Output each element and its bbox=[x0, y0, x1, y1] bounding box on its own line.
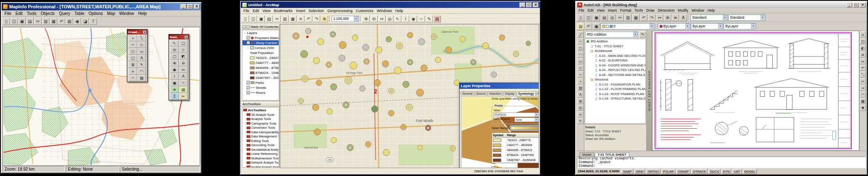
text-style-combo[interactable]: Standard ▼ bbox=[690, 15, 728, 21]
open-icon[interactable]: ◫ bbox=[585, 14, 592, 21]
rectangle-icon[interactable]: ▭ bbox=[577, 58, 584, 64]
autocad-menu-draw[interactable]: Draw bbox=[645, 8, 656, 12]
arctoolbox-icon[interactable]: ▧ bbox=[433, 15, 441, 22]
radius-select-icon[interactable]: ◎ bbox=[170, 46, 179, 53]
select-tool-icon[interactable]: ↖ bbox=[170, 40, 179, 46]
autocad-menu-view[interactable]: View bbox=[595, 8, 606, 12]
construction-line-icon[interactable]: ─ bbox=[577, 38, 584, 44]
autocad-menu-modify[interactable]: Modify bbox=[676, 8, 690, 12]
undo-icon[interactable]: ↶ bbox=[640, 14, 648, 21]
close-button[interactable]: × bbox=[533, 2, 539, 7]
toc-item[interactable]: −Layers bbox=[242, 30, 279, 35]
status-toggle-osnap[interactable]: OSNAP bbox=[676, 169, 690, 174]
layout-tab[interactable]: Model bbox=[579, 152, 594, 156]
sheet-item[interactable]: ▯A-01 - MAIN AND SECOND FLOOR PLANS bbox=[585, 54, 645, 59]
redo-icon[interactable]: ↷ bbox=[648, 14, 655, 21]
symbol-tool-icon[interactable]: ∙ bbox=[129, 35, 137, 42]
measure-icon[interactable]: ─ bbox=[418, 15, 425, 22]
layer-previous-icon[interactable]: ↶ bbox=[585, 23, 592, 30]
list-by-source-icon[interactable] bbox=[246, 25, 249, 28]
status-toggle-otrack[interactable]: OTRACK bbox=[691, 169, 707, 174]
mapinfo-menu-tools[interactable]: Tools bbox=[25, 11, 38, 16]
fillet-icon[interactable]: ◠ bbox=[860, 91, 866, 98]
layer-checkbox[interactable]: ✓ bbox=[247, 86, 250, 89]
explode-icon[interactable]: ✸ bbox=[860, 105, 866, 111]
arcmap-menu-file[interactable]: File bbox=[242, 9, 251, 13]
toc-item[interactable]: 762423 - 2484776 bbox=[242, 55, 279, 60]
print-icon[interactable]: ▤ bbox=[265, 15, 273, 22]
layer-checkbox[interactable]: ✓ bbox=[247, 91, 250, 94]
statistics-icon[interactable]: Σ bbox=[170, 93, 179, 100]
paste-icon[interactable]: ▦ bbox=[289, 15, 297, 22]
maximize-button[interactable]: □ bbox=[526, 2, 532, 7]
value-field-combo[interactable]: POP2000 ▼ bbox=[493, 112, 539, 117]
close-icon[interactable]: × bbox=[184, 35, 188, 39]
reshape-tool-icon[interactable]: ✎ bbox=[137, 61, 146, 68]
block-icon[interactable]: ◎ bbox=[577, 105, 584, 111]
dialog-titlebar[interactable]: Layer Properties × bbox=[460, 83, 539, 89]
open-icon[interactable]: ◫ bbox=[250, 15, 257, 22]
mapinfo-menu-help[interactable]: Help bbox=[136, 11, 149, 16]
arcmap-menu-insert[interactable]: Insert bbox=[294, 9, 307, 13]
copy-icon[interactable]: ▥ bbox=[624, 14, 632, 21]
identify-icon[interactable]: i bbox=[402, 15, 409, 22]
marquee-select-icon[interactable]: ▢ bbox=[179, 40, 188, 46]
invert-selection-icon[interactable]: ◩ bbox=[179, 53, 188, 60]
close-button[interactable]: × bbox=[194, 4, 200, 9]
add-node-tool-icon[interactable]: + bbox=[129, 68, 137, 75]
tab-symbology[interactable]: Symbology bbox=[517, 91, 536, 95]
class-row[interactable]: 762423 - 2484776762423 - 2484776 bbox=[492, 138, 539, 143]
toc-item[interactable]: ✓Streets bbox=[242, 85, 279, 90]
autocad-menu-format[interactable]: Format bbox=[618, 8, 633, 12]
toolbox-root[interactable]: ArcToolbox bbox=[242, 108, 279, 112]
add-data-icon[interactable]: ⊕ bbox=[321, 15, 328, 22]
offset-icon[interactable]: ≡ bbox=[860, 51, 866, 58]
tab-source[interactable]: Source bbox=[475, 91, 487, 95]
toc-item[interactable]: ✓Parks bbox=[242, 80, 279, 85]
color-ramp-combo[interactable]: ▼ bbox=[510, 125, 539, 131]
edit-polyline-icon[interactable]: ✎ bbox=[577, 118, 584, 124]
arc-icon[interactable]: ◠ bbox=[577, 51, 584, 58]
mapinfo-menu-objects[interactable]: Objects bbox=[39, 11, 57, 16]
layer-checkbox[interactable]: ✓ bbox=[250, 46, 254, 49]
move-icon[interactable]: ↔ bbox=[860, 58, 866, 64]
main-palette-titlebar[interactable]: Main × bbox=[169, 34, 189, 39]
status-toggle-ortho[interactable]: ORTHO bbox=[646, 169, 660, 174]
zoom-out-icon[interactable]: ⊖ bbox=[370, 15, 378, 22]
delete-icon[interactable]: × bbox=[297, 15, 304, 22]
plot-preview-icon[interactable]: ◎ bbox=[608, 14, 616, 21]
status-toggle-polar[interactable]: POLAR bbox=[661, 169, 675, 174]
status-toggle-dyn[interactable]: DYN bbox=[721, 169, 731, 174]
autocad-menu-file[interactable]: File bbox=[577, 8, 586, 12]
line-style-icon[interactable]: ─ bbox=[129, 75, 137, 81]
polyline-tool-icon[interactable]: ~ bbox=[129, 42, 137, 48]
toolbox-item[interactable]: Data Interoperability Tools bbox=[242, 130, 279, 134]
minimize-button[interactable]: _ bbox=[519, 2, 525, 7]
tab-fields[interactable]: Fields bbox=[536, 91, 539, 95]
paste-icon[interactable]: ▦ bbox=[632, 14, 640, 21]
sheet-item[interactable]: ▯A-03 - DOORS WINDOWS AND FINISHES bbox=[585, 63, 645, 68]
minimize-button[interactable]: _ bbox=[181, 4, 186, 9]
ssm-vertical-titlebar[interactable]: SHEET SET MANAGER bbox=[647, 31, 652, 151]
sheetset-combo[interactable]: IRD Addition ▼ bbox=[585, 32, 638, 38]
autocad-menu-dimension[interactable]: Dimension bbox=[656, 8, 676, 12]
undo-icon[interactable]: ↶ bbox=[305, 15, 312, 22]
arcmap-menu-view[interactable]: View bbox=[261, 9, 272, 13]
mapinfo-menu-window[interactable]: Window bbox=[117, 11, 136, 16]
save-icon[interactable]: ▣ bbox=[18, 18, 26, 25]
select-features-icon[interactable]: ↖ bbox=[394, 15, 401, 22]
drag-map-window-icon[interactable]: ▣ bbox=[170, 80, 179, 86]
help-icon[interactable]: ? bbox=[89, 18, 97, 25]
arcmap-menu-help[interactable]: Help bbox=[394, 9, 405, 13]
arcmap-menu-customize[interactable]: Customize bbox=[354, 9, 376, 13]
plot-icon[interactable]: ▤ bbox=[601, 14, 608, 21]
arc-tool-icon[interactable]: ◠ bbox=[137, 68, 146, 75]
toolbox-item[interactable]: Network Analyst Tools bbox=[242, 161, 279, 165]
circle-icon[interactable]: ○ bbox=[577, 45, 584, 51]
line-tool-icon[interactable]: ╲ bbox=[137, 35, 146, 42]
sheet-item[interactable]: ▯S-1.04 - STRUCTURAL DETAILS bbox=[585, 96, 645, 101]
list-by-drawing-order-icon[interactable] bbox=[242, 25, 245, 28]
zoom-in-icon[interactable]: ⊕ bbox=[362, 15, 370, 22]
tab-general[interactable]: General bbox=[460, 91, 474, 95]
rotate-icon[interactable]: ↶ bbox=[860, 65, 866, 71]
